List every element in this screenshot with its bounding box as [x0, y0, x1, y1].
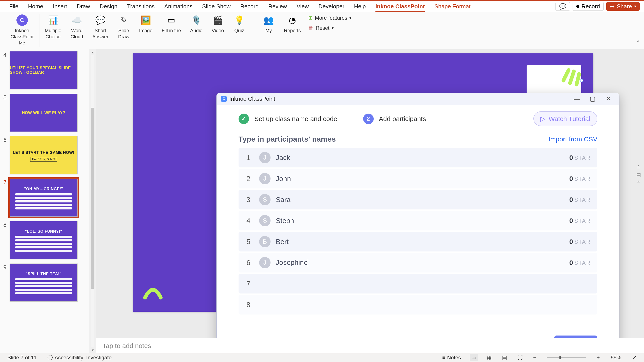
people-icon: 👥: [262, 14, 275, 26]
participant-row[interactable]: 5BBert0STAR: [238, 232, 597, 252]
fit-slide-button[interactable]: ▤: [635, 172, 642, 178]
video-button[interactable]: 🎬 Video: [208, 14, 228, 47]
thumbnails-scrollbar[interactable]: ▴ ▾: [89, 49, 96, 353]
thumbnails-list[interactable]: 4UTILIZE YOUR SPECIAL SLIDE SHOW TOOLBAR…: [0, 49, 89, 353]
my-button[interactable]: 👥 My: [258, 14, 279, 47]
participant-name-input[interactable]: Steph: [276, 217, 569, 225]
ribbon-tab-design[interactable]: Design: [95, 1, 122, 12]
multiple-choice-button[interactable]: 📊 Multiple Choice: [41, 14, 65, 47]
participant-row[interactable]: 4SSteph0STAR: [238, 211, 597, 230]
ribbon-tab-inknoe-classpoint[interactable]: Inknoe ClassPoint: [371, 1, 430, 12]
participant-avatar: S: [259, 194, 270, 205]
ribbon-tab-record[interactable]: Record: [236, 1, 264, 12]
comments-button[interactable]: 💬: [556, 2, 570, 11]
thumbnail-number: 4: [2, 51, 6, 58]
participant-name-input[interactable]: Sara: [276, 196, 569, 204]
ribbon-tab-insert[interactable]: Insert: [48, 1, 72, 12]
dialog-title-bar[interactable]: C Inknoe ClassPoint ― ▢ ✕: [217, 93, 619, 105]
slide-thumbnail[interactable]: 7"OH MY…CRINGE!": [2, 179, 89, 217]
accessibility-check-button[interactable]: ⓘ Accessibility: Investigate: [45, 354, 114, 361]
image-button[interactable]: 🖼️ Image: [135, 14, 156, 47]
finish-button[interactable]: Finish: [554, 336, 597, 338]
slide-thumbnail[interactable]: 9"SPILL THE TEA!": [2, 264, 89, 302]
notes-pane[interactable]: Tap to add notes: [96, 338, 644, 353]
normal-view-button[interactable]: ▭: [470, 354, 478, 361]
fit-to-window-button[interactable]: ⤢: [630, 354, 639, 361]
participant-row[interactable]: 3SSara0STAR: [238, 190, 597, 209]
classpoint-button[interactable]: C Inknoe ClassPoint Me: [6, 14, 40, 47]
back-button[interactable]: ‹ Back: [511, 337, 546, 338]
more-features-button[interactable]: ⊞ More features ▾: [308, 15, 351, 21]
dialog-minimize-button[interactable]: ―: [570, 94, 583, 103]
zoom-in-button[interactable]: +: [594, 354, 602, 361]
participant-row[interactable]: 1JJack0STAR: [238, 148, 597, 167]
reading-view-button[interactable]: ▤: [500, 354, 509, 361]
slide-thumbnail[interactable]: 8"LOL, SO FUNNY!": [2, 221, 89, 259]
slide-position-label[interactable]: Slide 7 of 11: [5, 354, 39, 361]
scroll-up-button[interactable]: ▴: [89, 49, 96, 55]
scroll-handle[interactable]: [91, 108, 94, 289]
slide-draw-button[interactable]: ✎ Slide Draw: [114, 14, 134, 47]
participant-stars: 0STAR: [569, 175, 591, 182]
ribbon-tab-review[interactable]: Review: [264, 1, 292, 12]
editor-main: 4UTILIZE YOUR SPECIAL SLIDE SHOW TOOLBAR…: [0, 49, 644, 353]
classpoint-group-label: Me: [19, 40, 25, 45]
reset-button[interactable]: 🗑 Reset ▾: [308, 25, 351, 31]
comment-icon: 💬: [559, 3, 566, 10]
ribbon-tab-home[interactable]: Home: [23, 1, 48, 12]
zoom-percent-label[interactable]: 55%: [608, 354, 624, 361]
scroll-down-button[interactable]: ▾: [89, 347, 96, 353]
ribbon-tab-view[interactable]: View: [292, 1, 314, 12]
participant-row[interactable]: 2JJohn0STAR: [238, 169, 597, 188]
notes-icon: ≡: [442, 355, 445, 361]
next-slide-button[interactable]: ≚: [635, 179, 642, 185]
collapse-ribbon-button[interactable]: ˄: [637, 40, 640, 47]
chevron-down-icon: ▾: [634, 4, 636, 9]
slide-thumbnail[interactable]: 5HOW WILL WE PLAY?: [2, 94, 89, 132]
ribbon-tab-shape-format[interactable]: Shape Format: [430, 1, 475, 12]
dialog-maximize-button[interactable]: ▢: [586, 94, 599, 103]
slide-stage[interactable]: ≙ ▤ ≚ C Inknoe ClassPoint ― ▢ ✕ ✓ Set up…: [96, 49, 644, 338]
participant-name-input[interactable]: John: [276, 175, 569, 183]
import-csv-link[interactable]: Import from CSV: [548, 135, 597, 143]
zoom-slider[interactable]: [547, 357, 586, 358]
participant-name-input[interactable]: Bert: [276, 238, 569, 246]
participant-row[interactable]: 6JJosephine0STAR: [238, 253, 597, 273]
slide-thumbnail[interactable]: 4UTILIZE YOUR SPECIAL SLIDE SHOW TOOLBAR: [2, 51, 89, 89]
slideshow-view-button[interactable]: ⛶: [516, 354, 524, 361]
fill-in-button[interactable]: ▭ Fill in the: [158, 14, 185, 47]
audio-button[interactable]: 🎙️ Audio: [186, 14, 206, 47]
reports-button[interactable]: ◔ Reports: [280, 14, 305, 47]
ribbon-tab-transitions[interactable]: Transitions: [122, 1, 160, 12]
status-bar: Slide 7 of 11 ⓘ Accessibility: Investiga…: [0, 353, 644, 362]
ribbon-tab-animations[interactable]: Animations: [160, 1, 197, 12]
record-button[interactable]: Record: [572, 2, 604, 11]
participant-name-input[interactable]: Jack: [276, 154, 569, 162]
ribbon-tab-help[interactable]: Help: [349, 1, 370, 12]
participant-name-input[interactable]: Josephine: [276, 259, 569, 267]
zoom-out-button[interactable]: −: [531, 354, 538, 361]
word-cloud-button[interactable]: ☁️ Word Cloud: [66, 14, 87, 47]
participant-avatar: S: [259, 215, 270, 226]
participants-list: 1JJack0STAR2JJohn0STAR3SSara0STAR4SSteph…: [217, 148, 619, 329]
ribbon-tab-file[interactable]: File: [4, 1, 23, 12]
short-answer-button[interactable]: 💬 Short Answer: [88, 14, 112, 47]
participant-row-empty[interactable]: 8: [238, 295, 597, 315]
ribbon-tab-draw[interactable]: Draw: [72, 1, 95, 12]
thumbnail-number: 5: [2, 94, 6, 101]
sorter-view-button[interactable]: ▦: [485, 354, 494, 361]
ribbon-tab-slide-show[interactable]: Slide Show: [197, 1, 236, 12]
share-button[interactable]: ➦ Share ▾: [606, 2, 640, 11]
thumbnail-preview: HOW WILL WE PLAY?: [10, 94, 78, 132]
ribbon-tab-developer[interactable]: Developer: [314, 1, 350, 12]
slide-thumbnail[interactable]: 6LET'S START THE GAME NOW!HAVE FUN, GUYS…: [2, 136, 89, 174]
prev-slide-button[interactable]: ≙: [635, 165, 642, 170]
watch-tutorial-button[interactable]: ▷ Watch Tutorial: [534, 111, 597, 126]
grid-plus-icon: ⊞: [308, 15, 312, 21]
quiz-button[interactable]: 💡 Quiz: [229, 14, 249, 47]
trash-icon: 🗑: [308, 25, 314, 31]
notes-toggle-button[interactable]: ≡ Notes: [440, 354, 463, 361]
dialog-close-button[interactable]: ✕: [602, 94, 615, 103]
participant-row-empty[interactable]: 7: [238, 274, 597, 294]
share-icon: ➦: [610, 3, 615, 10]
